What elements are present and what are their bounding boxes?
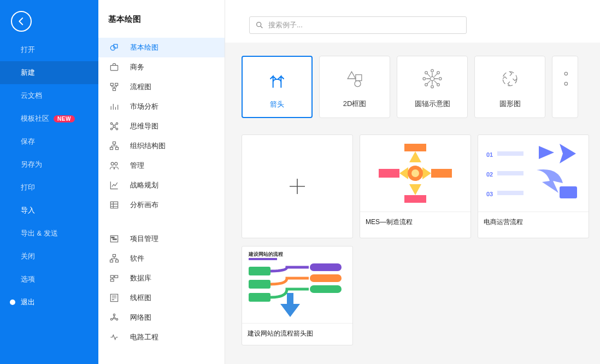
category-label: 分析画布 xyxy=(130,200,158,210)
subtype-tile[interactable]: 圆辐示意图 xyxy=(397,56,468,118)
primary-nav-item[interactable]: 打印 xyxy=(0,176,98,199)
new-blank-template[interactable] xyxy=(242,134,353,238)
svg-rect-58 xyxy=(560,186,577,198)
template-card[interactable]: MES—制造流程 xyxy=(360,134,471,238)
svg-point-31 xyxy=(257,22,261,27)
template-row: 建设网站的流程建设网站的流程箭头图 xyxy=(225,246,600,353)
primary-nav-item[interactable]: 打开 xyxy=(0,38,98,61)
category-item[interactable]: 电路工程 xyxy=(98,327,225,347)
primary-nav-label: 另存为 xyxy=(21,160,42,169)
primary-nav-item[interactable]: 导入 xyxy=(0,199,98,222)
svg-point-10 xyxy=(113,125,115,127)
category-label: 项目管理 xyxy=(130,234,158,244)
primary-nav-item[interactable]: 模板社区NEW xyxy=(0,107,98,130)
category-item[interactable]: 基本绘图 xyxy=(98,38,225,57)
primary-nav-label: 导入 xyxy=(21,206,35,215)
template-card[interactable]: 建设网站的流程建设网站的流程箭头图 xyxy=(242,246,353,345)
category-panel: 基本绘图 基本绘图商务流程图市场分析思维导图组织结构图管理战略规划分析画布 项目… xyxy=(98,0,225,364)
svg-rect-49 xyxy=(431,169,452,178)
soft-icon xyxy=(108,253,120,265)
category-item[interactable]: 线框图 xyxy=(98,288,225,308)
gallery[interactable]: 箭头2D框图圆辐示意图圆形图 MES—制造流程010203电商运营流程 建设网站… xyxy=(225,43,600,364)
template-thumbnail xyxy=(360,135,470,212)
template-card[interactable]: 010203电商运营流程 xyxy=(478,134,589,238)
subtype-tile[interactable]: 2D框图 xyxy=(319,56,390,118)
category-label: 网络图 xyxy=(130,313,151,322)
primary-nav-label: 打印 xyxy=(21,183,35,192)
category-item[interactable]: 流程图 xyxy=(98,77,225,97)
search-placeholder: 搜索例子... xyxy=(268,20,303,30)
category-item[interactable]: 组织结构图 xyxy=(98,136,225,156)
briefcase-icon xyxy=(108,61,120,73)
svg-rect-18 xyxy=(111,237,114,238)
primary-nav-item[interactable]: 另存为 xyxy=(0,153,98,176)
svg-point-29 xyxy=(116,319,117,320)
template-thumbnail: 010203 xyxy=(478,135,589,212)
svg-point-43 xyxy=(503,72,517,86)
svg-rect-13 xyxy=(116,148,119,150)
primary-nav-item[interactable]: 选项 xyxy=(0,268,98,291)
svg-rect-11 xyxy=(113,142,116,144)
chart-icon xyxy=(108,179,120,191)
category-item[interactable]: 商务 xyxy=(98,57,225,77)
svg-point-38 xyxy=(439,78,442,80)
category-item[interactable]: 分析画布 xyxy=(98,195,225,215)
category-list[interactable]: 基本绘图商务流程图市场分析思维导图组织结构图管理战略规划分析画布 项目管理软件数… xyxy=(98,34,225,364)
category-item[interactable]: 数据库 xyxy=(98,268,225,288)
category-item[interactable]: 网络图 xyxy=(98,308,225,327)
more-icon xyxy=(552,66,578,91)
tile-label: 圆辐示意图 xyxy=(399,99,465,109)
primary-nav-item[interactable]: 保存 xyxy=(0,130,98,153)
category-item[interactable]: 管理 xyxy=(98,156,225,175)
category-item[interactable]: 战略规划 xyxy=(98,175,225,195)
category-item[interactable]: 市场分析 xyxy=(98,97,225,116)
primary-nav-item[interactable]: 云文档 xyxy=(0,84,98,107)
net-icon xyxy=(108,312,120,324)
tile-label: 圆形图 xyxy=(477,99,543,109)
svg-point-28 xyxy=(110,319,112,320)
svg-text:建设网站的流程: 建设网站的流程 xyxy=(248,251,283,257)
svg-rect-47 xyxy=(404,195,426,203)
back-button[interactable] xyxy=(11,11,32,32)
category-item[interactable]: 思维导图 xyxy=(98,116,225,136)
primary-nav-item[interactable]: 导出 & 发送 xyxy=(0,222,98,245)
circle-icon xyxy=(477,66,543,91)
bullet-icon xyxy=(10,300,15,305)
bars-icon xyxy=(108,101,120,113)
circuit-icon xyxy=(108,331,120,343)
template-thumbnail: 建设网站的流程 xyxy=(242,246,352,323)
primary-sidebar: 打开新建云文档模板社区NEW保存另存为打印导入导出 & 发送关闭选项退出 xyxy=(0,0,98,364)
shapes-icon xyxy=(108,42,120,54)
svg-rect-4 xyxy=(115,83,118,85)
category-label: 数据库 xyxy=(130,273,151,283)
svg-rect-23 xyxy=(110,275,114,278)
primary-nav-label: 退出 xyxy=(21,297,35,307)
svg-point-15 xyxy=(115,162,117,165)
svg-rect-20 xyxy=(113,255,116,257)
svg-rect-32 xyxy=(356,75,362,81)
primary-nav-label: 选项 xyxy=(21,274,35,284)
svg-point-30 xyxy=(113,317,115,319)
svg-rect-19 xyxy=(113,239,117,240)
category-label: 软件 xyxy=(130,254,144,263)
main-area: 搜索例子... 箭头2D框图圆辐示意图圆形图 MES—制造流程010203电商运… xyxy=(225,0,600,364)
search-input[interactable]: 搜索例子... xyxy=(249,16,467,34)
subtype-tile[interactable]: 圆形图 xyxy=(474,56,545,118)
svg-point-27 xyxy=(113,314,115,315)
svg-rect-21 xyxy=(110,260,113,262)
category-item[interactable]: 项目管理 xyxy=(98,229,225,249)
subtype-tile[interactable]: 箭头 xyxy=(242,56,313,118)
template-title: 建设网站的流程箭头图 xyxy=(242,323,352,345)
template-thumbnail xyxy=(242,135,352,238)
primary-nav-item[interactable]: 新建 xyxy=(0,61,98,84)
primary-nav-item[interactable]: 退出 xyxy=(0,291,98,314)
primary-nav-label: 保存 xyxy=(21,137,35,146)
category-label: 线框图 xyxy=(130,293,151,303)
svg-point-34 xyxy=(430,77,434,80)
category-label: 思维导图 xyxy=(130,121,158,131)
svg-rect-16 xyxy=(110,202,117,208)
subtype-tile[interactable] xyxy=(552,56,578,118)
app-root: 打开新建云文档模板社区NEW保存另存为打印导入导出 & 发送关闭选项退出 基本绘… xyxy=(0,0,600,364)
primary-nav-item[interactable]: 关闭 xyxy=(0,245,98,268)
category-item[interactable]: 软件 xyxy=(98,249,225,268)
